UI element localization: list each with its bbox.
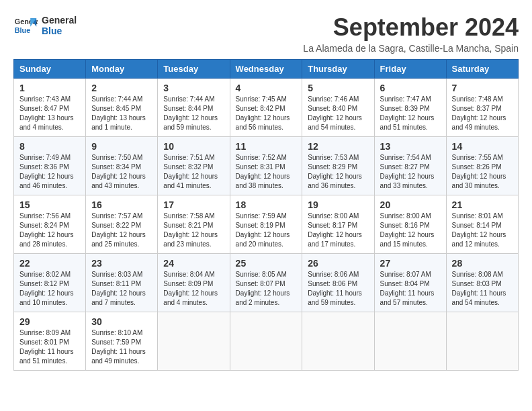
day-number: 30 xyxy=(91,316,152,327)
day-info: Sunrise: 7:44 AMSunset: 8:44 PMDaylight:… xyxy=(163,95,224,132)
location-title: La Alameda de la Sagra, Castille-La Manc… xyxy=(303,43,519,54)
day-info: Sunrise: 7:46 AMSunset: 8:40 PMDaylight:… xyxy=(308,95,368,132)
day-info: Sunrise: 8:00 AMSunset: 8:17 PMDaylight:… xyxy=(308,212,368,249)
day-cell-14: 14Sunrise: 7:55 AMSunset: 8:26 PMDayligh… xyxy=(446,137,518,195)
day-number: 22 xyxy=(19,258,80,269)
day-number: 21 xyxy=(452,199,513,210)
logo-text-blue: Blue xyxy=(42,26,77,36)
day-info: Sunrise: 8:02 AMSunset: 8:12 PMDaylight:… xyxy=(19,270,80,308)
logo-text-general: General xyxy=(42,15,77,26)
day-cell-8: 8Sunrise: 7:49 AMSunset: 8:36 PMDaylight… xyxy=(14,137,86,195)
day-cell-18: 18Sunrise: 7:59 AMSunset: 8:19 PMDayligh… xyxy=(230,195,302,254)
weekday-header-friday: Friday xyxy=(374,60,446,79)
day-number: 7 xyxy=(452,83,513,93)
day-info: Sunrise: 7:49 AMSunset: 8:36 PMDaylight:… xyxy=(19,153,80,191)
day-cell-5: 5Sunrise: 7:46 AMSunset: 8:40 PMDaylight… xyxy=(302,79,374,137)
day-number: 5 xyxy=(308,83,368,93)
day-info: Sunrise: 7:56 AMSunset: 8:24 PMDaylight:… xyxy=(19,212,80,249)
day-info: Sunrise: 7:53 AMSunset: 8:29 PMDaylight:… xyxy=(308,153,368,191)
day-number: 24 xyxy=(163,258,224,269)
day-info: Sunrise: 7:50 AMSunset: 8:34 PMDaylight:… xyxy=(91,153,152,191)
weekday-header-tuesday: Tuesday xyxy=(158,60,230,79)
week-row-1: 1Sunrise: 7:43 AMSunset: 8:47 PMDaylight… xyxy=(14,79,519,137)
day-cell-20: 20Sunrise: 8:00 AMSunset: 8:16 PMDayligh… xyxy=(374,195,446,254)
calendar-table: SundayMondayTuesdayWednesdayThursdayFrid… xyxy=(13,59,519,371)
day-cell-21: 21Sunrise: 8:01 AMSunset: 8:14 PMDayligh… xyxy=(446,195,518,254)
week-row-2: 8Sunrise: 7:49 AMSunset: 8:36 PMDaylight… xyxy=(14,137,519,195)
day-info: Sunrise: 7:52 AMSunset: 8:31 PMDaylight:… xyxy=(236,153,297,191)
day-number: 16 xyxy=(91,199,152,210)
day-cell-2: 2Sunrise: 7:44 AMSunset: 8:45 PMDaylight… xyxy=(86,79,158,137)
day-cell-19: 19Sunrise: 8:00 AMSunset: 8:17 PMDayligh… xyxy=(302,195,374,254)
week-row-3: 15Sunrise: 7:56 AMSunset: 8:24 PMDayligh… xyxy=(14,195,519,254)
weekday-header-wednesday: Wednesday xyxy=(230,60,302,79)
day-cell-23: 23Sunrise: 8:03 AMSunset: 8:11 PMDayligh… xyxy=(86,254,158,312)
day-cell-24: 24Sunrise: 8:04 AMSunset: 8:09 PMDayligh… xyxy=(158,254,230,312)
weekday-header-monday: Monday xyxy=(86,60,158,79)
day-info: Sunrise: 7:47 AMSunset: 8:39 PMDaylight:… xyxy=(380,95,441,132)
day-cell-15: 15Sunrise: 7:56 AMSunset: 8:24 PMDayligh… xyxy=(14,195,86,254)
day-cell-27: 27Sunrise: 8:07 AMSunset: 8:04 PMDayligh… xyxy=(374,254,446,312)
empty-cell xyxy=(374,312,446,371)
day-number: 9 xyxy=(91,141,152,152)
empty-cell xyxy=(158,312,230,371)
day-cell-12: 12Sunrise: 7:53 AMSunset: 8:29 PMDayligh… xyxy=(302,137,374,195)
day-info: Sunrise: 8:01 AMSunset: 8:14 PMDaylight:… xyxy=(452,212,513,249)
day-cell-29: 29Sunrise: 8:09 AMSunset: 8:01 PMDayligh… xyxy=(14,312,86,371)
day-info: Sunrise: 8:04 AMSunset: 8:09 PMDaylight:… xyxy=(163,270,224,308)
day-info: Sunrise: 7:44 AMSunset: 8:45 PMDaylight:… xyxy=(91,95,152,132)
day-number: 19 xyxy=(308,199,368,210)
day-cell-1: 1Sunrise: 7:43 AMSunset: 8:47 PMDaylight… xyxy=(14,79,86,137)
day-info: Sunrise: 7:45 AMSunset: 8:42 PMDaylight:… xyxy=(236,95,297,132)
month-title: September 2024 xyxy=(303,13,519,42)
day-info: Sunrise: 7:54 AMSunset: 8:27 PMDaylight:… xyxy=(380,153,441,191)
day-cell-22: 22Sunrise: 8:02 AMSunset: 8:12 PMDayligh… xyxy=(14,254,86,312)
page-header: General Blue General Blue September 2024… xyxy=(13,13,519,54)
day-number: 27 xyxy=(380,258,441,269)
day-info: Sunrise: 8:09 AMSunset: 8:01 PMDaylight:… xyxy=(19,328,80,366)
empty-cell xyxy=(446,312,518,371)
weekday-header-thursday: Thursday xyxy=(302,60,374,79)
day-number: 25 xyxy=(236,258,297,269)
day-number: 17 xyxy=(163,199,224,210)
day-cell-28: 28Sunrise: 8:08 AMSunset: 8:03 PMDayligh… xyxy=(446,254,518,312)
week-row-4: 22Sunrise: 8:02 AMSunset: 8:12 PMDayligh… xyxy=(14,254,519,312)
day-info: Sunrise: 8:03 AMSunset: 8:11 PMDaylight:… xyxy=(91,270,152,308)
day-info: Sunrise: 7:55 AMSunset: 8:26 PMDaylight:… xyxy=(452,153,513,191)
day-cell-17: 17Sunrise: 7:58 AMSunset: 8:21 PMDayligh… xyxy=(158,195,230,254)
day-info: Sunrise: 8:00 AMSunset: 8:16 PMDaylight:… xyxy=(380,212,441,249)
day-info: Sunrise: 8:10 AMSunset: 7:59 PMDaylight:… xyxy=(91,328,152,366)
day-number: 12 xyxy=(308,141,368,152)
day-cell-6: 6Sunrise: 7:47 AMSunset: 8:39 PMDaylight… xyxy=(374,79,446,137)
day-number: 6 xyxy=(380,83,441,93)
empty-cell xyxy=(302,312,374,371)
day-number: 14 xyxy=(452,141,513,152)
day-cell-13: 13Sunrise: 7:54 AMSunset: 8:27 PMDayligh… xyxy=(374,137,446,195)
day-number: 2 xyxy=(91,83,152,93)
day-info: Sunrise: 7:48 AMSunset: 8:37 PMDaylight:… xyxy=(452,95,513,132)
day-cell-16: 16Sunrise: 7:57 AMSunset: 8:22 PMDayligh… xyxy=(86,195,158,254)
day-cell-26: 26Sunrise: 8:06 AMSunset: 8:06 PMDayligh… xyxy=(302,254,374,312)
day-info: Sunrise: 7:58 AMSunset: 8:21 PMDaylight:… xyxy=(163,212,224,249)
day-number: 8 xyxy=(19,141,80,152)
day-info: Sunrise: 7:43 AMSunset: 8:47 PMDaylight:… xyxy=(19,95,80,132)
weekday-header-sunday: Sunday xyxy=(14,60,86,79)
day-cell-9: 9Sunrise: 7:50 AMSunset: 8:34 PMDaylight… xyxy=(86,137,158,195)
day-cell-10: 10Sunrise: 7:51 AMSunset: 8:32 PMDayligh… xyxy=(158,137,230,195)
day-number: 4 xyxy=(236,83,297,93)
day-info: Sunrise: 7:51 AMSunset: 8:32 PMDaylight:… xyxy=(163,153,224,191)
day-number: 13 xyxy=(380,141,441,152)
day-number: 11 xyxy=(236,141,297,152)
day-info: Sunrise: 8:06 AMSunset: 8:06 PMDaylight:… xyxy=(308,270,368,308)
day-info: Sunrise: 7:59 AMSunset: 8:19 PMDaylight:… xyxy=(236,212,297,249)
day-number: 20 xyxy=(380,199,441,210)
day-cell-30: 30Sunrise: 8:10 AMSunset: 7:59 PMDayligh… xyxy=(86,312,158,371)
day-cell-11: 11Sunrise: 7:52 AMSunset: 8:31 PMDayligh… xyxy=(230,137,302,195)
day-number: 10 xyxy=(163,141,224,152)
day-cell-7: 7Sunrise: 7:48 AMSunset: 8:37 PMDaylight… xyxy=(446,79,518,137)
day-info: Sunrise: 8:07 AMSunset: 8:04 PMDaylight:… xyxy=(380,270,441,308)
weekday-header-row: SundayMondayTuesdayWednesdayThursdayFrid… xyxy=(14,60,519,79)
day-info: Sunrise: 8:05 AMSunset: 8:07 PMDaylight:… xyxy=(236,270,297,308)
weekday-header-saturday: Saturday xyxy=(446,60,518,79)
day-number: 1 xyxy=(19,83,80,93)
